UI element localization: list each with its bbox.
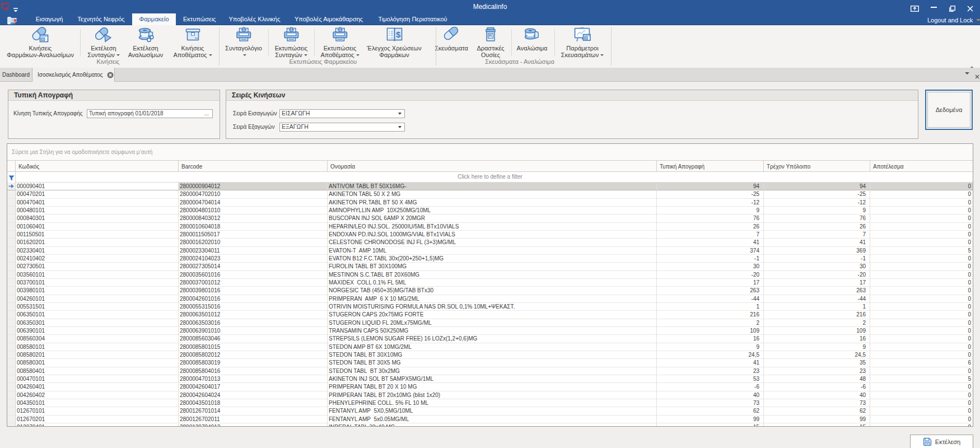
svg-text:$: $ — [395, 30, 400, 39]
